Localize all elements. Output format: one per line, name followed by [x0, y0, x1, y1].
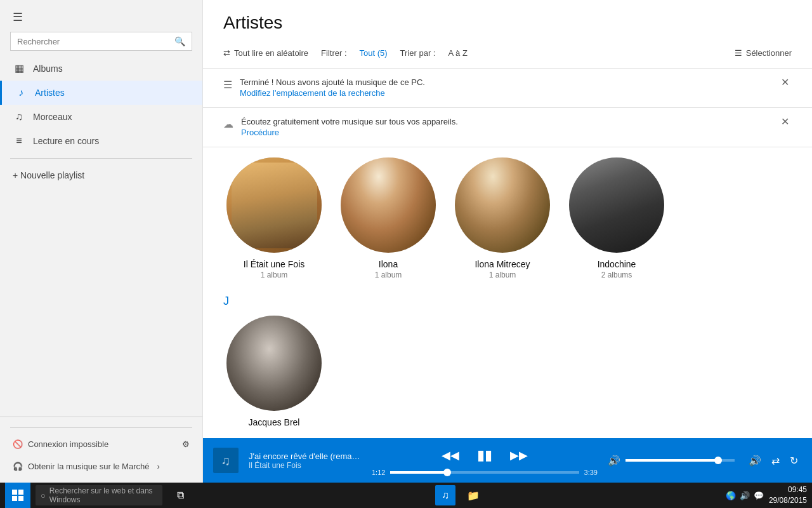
taskview-icon: ⧉	[177, 490, 184, 501]
np-album-icon: ♫	[213, 448, 239, 473]
artist-name-ilona: Ilona	[379, 259, 398, 269]
np-previous-button[interactable]: ◀◀	[439, 446, 462, 465]
np-controls: ◀◀ ▮▮ ▶▶ 1:12 3:39	[372, 444, 598, 476]
select-button[interactable]: ☰ Sélectionner	[735, 48, 792, 58]
page-title: Artistes	[223, 13, 792, 33]
artist-name-indochine: Indochine	[598, 259, 636, 269]
explorer-taskbar-icon[interactable]: 📁	[463, 485, 483, 505]
np-mute-button[interactable]: 🔊	[745, 451, 765, 471]
artist-card-indochine[interactable]: Indochine 2 albums	[566, 157, 667, 279]
artist-image-il-etait	[226, 157, 322, 253]
np-volume: 🔊	[608, 455, 735, 467]
main-content: Artistes ⇄ Tout lire en aléatoire Filtre…	[203, 0, 812, 483]
taskbar: ○ Rechercher sur le web et dans Windows …	[0, 483, 812, 508]
notification-text-2: Écoutez gratuitement votre musique sur t…	[241, 117, 458, 126]
connection-item[interactable]: 🚫 Connexion impossible ⚙	[0, 433, 202, 455]
artist-count-ilona-mitrecey: 1 album	[489, 271, 516, 279]
taskbar-left: ○ Rechercher sur le web et dans Windows …	[5, 483, 193, 508]
groove-taskbar-icon[interactable]: ♫	[435, 485, 455, 505]
task-view-button[interactable]: ⧉	[167, 483, 193, 508]
sidebar-item-morceaux[interactable]: ♫ Morceaux	[0, 105, 202, 129]
notification-cloud: ☁ Écoutez gratuitement votre musique sur…	[203, 108, 812, 147]
sidebar: ☰ 🔍 ▦ Albums ♪ Artistes ♫ Morceaux ≡ Lec…	[0, 0, 203, 483]
search-box[interactable]: 🔍	[10, 32, 192, 51]
sort-value[interactable]: A à Z	[448, 48, 467, 58]
bottom-separator	[10, 427, 192, 428]
select-label: Sélectionner	[746, 48, 792, 58]
artist-card-il-etait[interactable]: Il Était une Fois 1 album	[223, 157, 325, 279]
connection-icon: 🚫	[13, 439, 23, 449]
sidebar-bottom: 🚫 Connexion impossible ⚙ 🎧 Obtenir la mu…	[0, 417, 202, 483]
sidebar-item-albums[interactable]: ▦ Albums	[0, 56, 202, 81]
artist-image-ilona-mitrecey	[455, 157, 550, 253]
nav-separator	[10, 158, 192, 159]
start-button[interactable]	[5, 483, 30, 508]
artist-name-ilona-mitrecey: Ilona Mitrecey	[475, 259, 530, 269]
svg-rect-3	[18, 496, 23, 501]
taskbar-center: ♫ 📁	[435, 485, 483, 505]
artist-card-ilona[interactable]: Ilona 1 album	[337, 157, 439, 279]
np-buttons: ◀◀ ▮▮ ▶▶	[439, 444, 530, 466]
market-arrow-icon: ›	[157, 462, 159, 471]
artist-name-il-etait: Il Était une Fois	[244, 259, 305, 269]
page-header: Artistes	[203, 0, 812, 41]
sort-prefix: Trier par :	[400, 48, 436, 58]
filter-prefix: Filtrer :	[321, 48, 346, 58]
np-next-button[interactable]: ▶▶	[508, 446, 530, 465]
hamburger-button[interactable]: ☰	[10, 8, 25, 27]
lecture-icon: ≡	[13, 135, 25, 147]
new-playlist-button[interactable]: + Nouvelle playlist	[0, 164, 202, 187]
notification-tray-icon[interactable]: 💬	[754, 491, 764, 500]
artist-image-jacques-brel	[226, 316, 322, 411]
shuffle-icon: ⇄	[223, 48, 230, 58]
settings-icon[interactable]: ⚙	[182, 439, 190, 449]
volume-bar[interactable]	[625, 459, 735, 462]
artist-card-jacques-brel[interactable]: Jacques Brel	[223, 316, 325, 429]
np-current-time: 1:12	[372, 469, 385, 476]
progress-fill	[390, 471, 447, 474]
notification-close-1[interactable]: ✕	[778, 77, 792, 88]
np-shuffle-button[interactable]: ⇄	[768, 451, 783, 471]
sidebar-header: ☰	[0, 0, 202, 32]
artist-image-indochine	[569, 157, 664, 253]
taskbar-right: 🌎 🔊 💬 09:45 29/08/2015	[726, 485, 807, 506]
svg-rect-0	[12, 490, 17, 495]
network-icon[interactable]: 🌎	[726, 491, 736, 500]
time-display: 09:45	[769, 485, 807, 495]
tray-icons: 🌎 🔊 💬	[726, 491, 764, 500]
notification-text-1: Terminé ! Nous avons ajouté la musique d…	[240, 77, 425, 87]
artists-grid-j: Jacques Brel	[223, 316, 792, 429]
np-repeat-button[interactable]: ↻	[786, 451, 802, 471]
np-title: J'ai encore rêvé d'elle (remasterisé en.…	[249, 451, 362, 461]
cortana-placeholder: Rechercher sur le web et dans Windows	[49, 486, 157, 504]
connection-label: Connexion impossible	[28, 439, 108, 449]
filter-value[interactable]: Tout (5)	[360, 48, 388, 58]
np-pause-button[interactable]: ▮▮	[475, 444, 495, 466]
market-icon: 🎧	[13, 462, 23, 471]
section-letter-j: J	[223, 295, 792, 308]
artistes-icon: ♪	[15, 87, 27, 98]
new-playlist-label: + Nouvelle playlist	[13, 170, 84, 180]
notification-added: ☰ Terminé ! Nous avons ajouté la musique…	[203, 69, 812, 108]
artists-grid-i: Il Était une Fois 1 album Ilona 1 album …	[223, 157, 792, 279]
cortana-search[interactable]: ○ Rechercher sur le web et dans Windows	[36, 485, 162, 505]
sidebar-item-artistes[interactable]: ♪ Artistes	[0, 81, 202, 105]
search-input[interactable]	[17, 37, 169, 46]
taskbar-time: 09:45 29/08/2015	[769, 485, 807, 506]
notification-close-2[interactable]: ✕	[778, 117, 792, 127]
progress-bar[interactable]	[390, 471, 579, 474]
sidebar-item-lecture-label: Lecture en cours	[33, 136, 99, 146]
cortana-icon: ○	[41, 491, 46, 500]
artist-card-ilona-mitrecey[interactable]: Ilona Mitrecey 1 album	[452, 157, 553, 279]
svg-rect-1	[18, 490, 23, 495]
notification-link-1[interactable]: Modifiez l'emplacement de la recherche	[240, 88, 385, 98]
market-label: Obtenir la musique sur le Marché	[28, 462, 149, 471]
notification-link-2[interactable]: Procédure	[241, 128, 279, 137]
np-right-controls: 🔊 ⇄ ↻	[745, 451, 802, 471]
volume-fill	[625, 459, 718, 462]
market-item[interactable]: 🎧 Obtenir la musique sur le Marché ›	[0, 455, 202, 478]
volume-tray-icon[interactable]: 🔊	[740, 491, 750, 500]
sidebar-item-lecture[interactable]: ≡ Lecture en cours	[0, 129, 202, 153]
shuffle-button[interactable]: ⇄ Tout lire en aléatoire	[223, 46, 308, 60]
volume-thumb	[714, 457, 722, 464]
